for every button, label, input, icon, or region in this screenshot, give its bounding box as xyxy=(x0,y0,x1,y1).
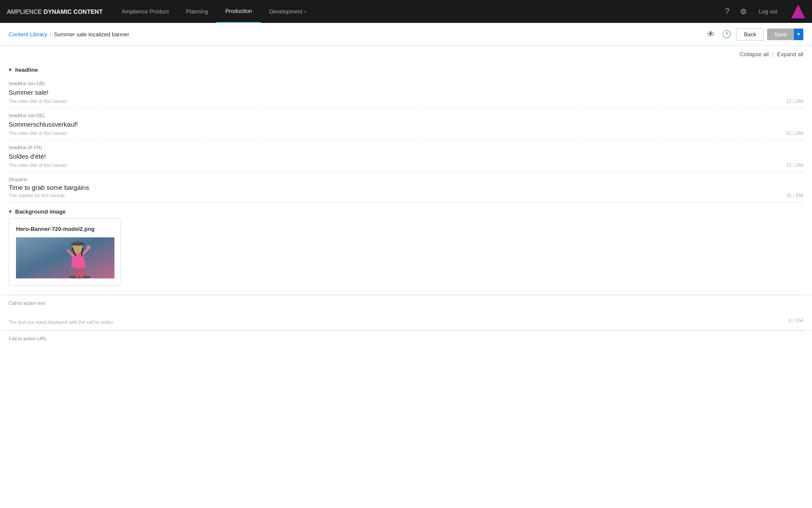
strapline-value[interactable]: Time to grab some bargains xyxy=(9,184,803,191)
collapse-expand-bar: Collapse all | Expand all xyxy=(0,46,812,61)
cta-url-section: Call to action URL xyxy=(0,330,812,357)
save-dropdown-button[interactable]: ▾ xyxy=(794,29,803,40)
headline-en-gb-value[interactable]: Summer sale! xyxy=(9,88,803,97)
headline-en-gb-label: headline (en-GB) xyxy=(9,81,803,86)
headline-fr-fr-label: headline (fr-FR) xyxy=(9,145,803,150)
svg-rect-9 xyxy=(76,241,79,244)
back-button[interactable]: Back xyxy=(736,28,764,41)
image-preview-svg xyxy=(16,237,114,278)
nav-right-actions: ? ⚙ Log out xyxy=(723,5,805,19)
bg-image-toggle-icon[interactable]: ▾ xyxy=(9,208,12,215)
nav-item-planning[interactable]: Planning xyxy=(178,0,217,23)
breadcrumb-content-library[interactable]: Content Library xyxy=(9,31,47,38)
nav-item-amplience-product[interactable]: Amplience Product xyxy=(113,0,178,23)
brand-logo: AMPLIENCE DYNAMIC CONTENT xyxy=(7,8,103,15)
nav-items: Amplience Product Planning Production De… xyxy=(113,0,723,23)
image-thumbnail xyxy=(16,237,114,278)
cta-text-count: 0 / 256 xyxy=(789,318,803,325)
headline-en-gb-count: 12 / 256 xyxy=(786,99,803,104)
breadcrumb: Content Library / Summer sale localized … xyxy=(9,31,705,38)
chevron-down-icon xyxy=(304,8,307,15)
image-card-filename: Hero-Banner-720-model2.png xyxy=(16,226,114,232)
strapline-label: Strapline xyxy=(9,177,803,182)
headline-de-de-field: headline (de-DE) Sommerschlussverkauf! T… xyxy=(9,109,803,141)
secondary-nav: Content Library / Summer sale localized … xyxy=(0,23,812,46)
headline-fr-fr-hint: The main title of this banner xyxy=(9,163,67,168)
svg-rect-2 xyxy=(76,267,79,278)
preview-button[interactable]: 👁 xyxy=(705,28,717,41)
headline-de-de-footer: The main title of this banner 21 / 256 xyxy=(9,131,803,136)
headline-de-de-count: 21 / 256 xyxy=(786,131,803,136)
headline-en-gb-hint: The main title of this banner xyxy=(9,99,67,104)
cta-url-value[interactable] xyxy=(9,343,803,351)
strapline-count: 26 / 256 xyxy=(786,193,803,198)
headline-en-gb-footer: The main title of this banner 12 / 256 xyxy=(9,99,803,104)
breadcrumb-current-page: Summer sale localized banner xyxy=(54,31,130,38)
expand-all-link[interactable]: Expand all xyxy=(777,51,803,58)
cta-text-footer: The text you want displayed with the cal… xyxy=(9,318,803,325)
headline-fr-fr-field: headline (fr-FR) Soldes d'été! The main … xyxy=(9,141,803,172)
save-button-group: Save ▾ xyxy=(767,29,803,40)
headline-section-title: headline xyxy=(15,67,38,73)
nav-item-production[interactable]: Production xyxy=(216,0,260,23)
strapline-section: Strapline Time to grab some bargains The… xyxy=(0,173,812,202)
cta-text-value[interactable] xyxy=(9,307,803,316)
nav-item-development[interactable]: Development xyxy=(261,0,316,23)
help-button[interactable]: ? xyxy=(723,5,731,18)
headline-section: ▾ headline headline (en-GB) Summer sale!… xyxy=(0,61,812,172)
collapse-all-link[interactable]: Collapse all xyxy=(740,51,769,58)
svg-rect-3 xyxy=(80,267,83,278)
breadcrumb-separator: / xyxy=(50,31,51,38)
clock-icon: 🕐 xyxy=(722,29,731,39)
cta-url-label: Call to action URL xyxy=(9,336,803,341)
headline-fr-fr-value[interactable]: Soldes d'été! xyxy=(9,152,803,161)
bg-image-section-title: Background image xyxy=(15,208,66,215)
history-button[interactable]: 🕐 xyxy=(720,28,733,41)
cta-text-hint: The text you want displayed with the cal… xyxy=(9,319,113,325)
headline-de-de-hint: The main title of this banner xyxy=(9,131,67,136)
cta-text-label: Call to action text xyxy=(9,300,803,306)
secondary-actions: 👁 🕐 Back Save ▾ xyxy=(705,28,803,41)
main-content: Collapse all | Expand all ▾ headline hea… xyxy=(0,46,812,508)
collapse-expand-separator: | xyxy=(772,51,774,58)
headline-fr-fr-count: 13 / 256 xyxy=(786,163,803,168)
chevron-down-icon: ▾ xyxy=(797,31,800,37)
amplience-logo-icon xyxy=(791,5,805,19)
strapline-hint: The subtitle for this banner xyxy=(9,193,65,198)
headline-de-de-value[interactable]: Sommerschlussverkauf! xyxy=(9,120,803,129)
headline-toggle-icon[interactable]: ▾ xyxy=(9,66,12,73)
top-navigation: AMPLIENCE DYNAMIC CONTENT Amplience Prod… xyxy=(0,0,812,23)
save-button[interactable]: Save xyxy=(767,29,794,40)
headline-fr-fr-footer: The main title of this banner 13 / 256 xyxy=(9,163,803,168)
headline-section-header: ▾ headline xyxy=(9,61,803,77)
background-image-section: ▾ Background image Hero-Banner-720-model… xyxy=(0,203,812,294)
eye-icon: 👁 xyxy=(707,30,715,39)
svg-rect-0 xyxy=(16,237,114,278)
cta-text-section: Call to action text The text you want di… xyxy=(0,295,812,330)
headline-de-de-label: headline (de-DE) xyxy=(9,113,803,118)
settings-button[interactable]: ⚙ xyxy=(738,5,749,18)
strapline-footer: The subtitle for this banner 26 / 256 xyxy=(9,193,803,198)
logout-button[interactable]: Log out xyxy=(755,6,781,16)
headline-en-gb-field: headline (en-GB) Summer sale! The main t… xyxy=(9,77,803,109)
image-card[interactable]: Hero-Banner-720-model2.png xyxy=(9,218,121,286)
bg-image-section-header: ▾ Background image xyxy=(9,203,803,218)
svg-point-6 xyxy=(86,245,91,249)
